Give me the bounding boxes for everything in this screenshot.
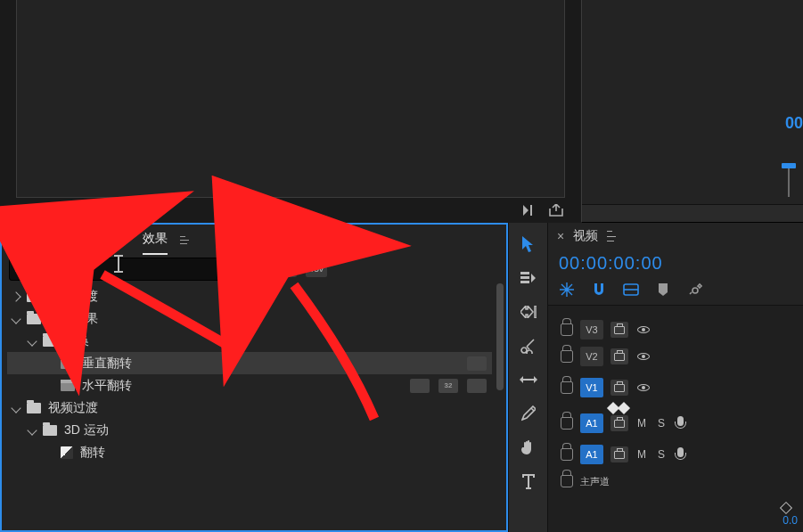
accelerated-filter-icon[interactable] bbox=[245, 261, 266, 277]
lock-icon[interactable] bbox=[561, 323, 573, 336]
hand-tool[interactable] bbox=[518, 437, 539, 458]
play-stop-icon[interactable] bbox=[522, 201, 540, 219]
track-label[interactable]: V2 bbox=[580, 347, 603, 366]
snap-icon[interactable] bbox=[591, 282, 607, 298]
insert-mode-icon[interactable] bbox=[559, 282, 575, 298]
monitor-row: 00;00;00;00 00 bbox=[0, 0, 803, 223]
timeline-header: × 视频 bbox=[548, 223, 803, 250]
lock-icon[interactable] bbox=[561, 381, 573, 394]
time-ruler[interactable] bbox=[582, 204, 803, 222]
track-output-icon[interactable] bbox=[610, 380, 628, 396]
scrollbar-thumb[interactable] bbox=[496, 283, 504, 390]
timeline-options bbox=[548, 279, 803, 306]
scrollbar[interactable] bbox=[494, 283, 506, 530]
track-output-icon[interactable] bbox=[610, 348, 628, 364]
track-master[interactable]: 主声道 bbox=[548, 468, 803, 495]
solo-button[interactable]: S bbox=[655, 448, 668, 461]
panel-tabs: 项目: 未命名 字幕 效果 bbox=[2, 225, 506, 255]
32bit-filter-icon[interactable]: 32 bbox=[275, 261, 297, 277]
tree-3d-motion[interactable]: 3D 运动 bbox=[7, 419, 492, 441]
ripple-edit-tool[interactable] bbox=[518, 301, 539, 323]
source-monitor: 00;00;00;00 bbox=[0, 0, 578, 223]
clear-search-button[interactable]: × bbox=[218, 261, 230, 277]
source-monitor-canvas[interactable] bbox=[16, 0, 565, 198]
tree-video-transitions[interactable]: 视频过渡 bbox=[7, 397, 492, 419]
eye-icon[interactable] bbox=[635, 348, 651, 364]
tree-transform[interactable]: 变换 bbox=[7, 330, 492, 352]
track-output-icon[interactable] bbox=[610, 415, 628, 431]
mute-button[interactable]: M bbox=[635, 417, 648, 430]
pen-tool[interactable] bbox=[518, 403, 539, 424]
export-frame-icon[interactable] bbox=[547, 201, 565, 219]
lock-icon[interactable] bbox=[561, 350, 573, 363]
tree-flip[interactable]: 翻转 bbox=[7, 441, 492, 463]
playhead-marker[interactable] bbox=[780, 163, 798, 199]
tree-label: 翻转 bbox=[80, 445, 105, 461]
linked-selection-icon[interactable] bbox=[623, 282, 639, 298]
chevron-down-icon bbox=[11, 314, 20, 323]
timeline-menu-icon[interactable] bbox=[607, 231, 621, 241]
program-monitor-canvas[interactable]: 00 bbox=[581, 0, 803, 223]
voiceover-icon[interactable] bbox=[675, 416, 687, 430]
tree-label: 视频效果 bbox=[48, 311, 98, 327]
tab-project[interactable]: 项目: 未命名 bbox=[9, 225, 78, 255]
badge-yuv-icon bbox=[467, 379, 487, 393]
timeline-tracks: V3 V2 V1 A1 bbox=[548, 306, 803, 532]
track-v3[interactable]: V3 bbox=[548, 316, 803, 343]
tab-effects[interactable]: 效果 bbox=[143, 225, 168, 255]
effect-icon bbox=[61, 380, 75, 391]
track-select-tool[interactable] bbox=[518, 267, 539, 289]
track-label: 主声道 bbox=[580, 475, 625, 488]
track-label[interactable]: V1 bbox=[580, 378, 603, 397]
mute-button[interactable]: M bbox=[635, 448, 648, 461]
tab-subtitle[interactable]: 字幕 bbox=[98, 225, 123, 255]
eye-icon[interactable] bbox=[635, 322, 651, 338]
tree-video-effects[interactable]: 视频效果 bbox=[7, 307, 492, 330]
tree-horizontal-flip[interactable]: 水平翻转 32 bbox=[7, 374, 492, 397]
badge-accel-icon bbox=[410, 379, 430, 393]
tree-audio-transitions[interactable]: 音频过渡 bbox=[7, 285, 492, 307]
slip-tool[interactable] bbox=[518, 369, 539, 390]
yuv-filter-icon[interactable]: YUV bbox=[306, 261, 327, 277]
lock-icon[interactable] bbox=[561, 448, 573, 461]
voiceover-icon[interactable] bbox=[675, 447, 687, 462]
badge-32bit-icon: 32 bbox=[438, 379, 458, 393]
selection-tool[interactable] bbox=[518, 233, 539, 255]
settings-icon[interactable] bbox=[687, 282, 703, 298]
transition-icon bbox=[61, 446, 73, 459]
track-a1[interactable]: A1 M S bbox=[548, 405, 803, 441]
zoom-value[interactable]: 0.0 bbox=[783, 514, 798, 527]
lock-icon[interactable] bbox=[561, 417, 573, 430]
close-icon[interactable]: × bbox=[557, 229, 564, 243]
panel-menu-icon[interactable] bbox=[180, 232, 196, 248]
folder-icon bbox=[43, 425, 57, 436]
effects-tree: 音频过渡 视频效果 变换 垂直翻转 bbox=[2, 283, 506, 530]
track-a1-b[interactable]: A1 M S bbox=[548, 441, 803, 468]
track-v1[interactable]: V1 bbox=[548, 370, 803, 405]
track-label[interactable]: V3 bbox=[580, 320, 603, 340]
track-output-icon[interactable] bbox=[610, 322, 628, 338]
type-tool[interactable] bbox=[518, 471, 539, 492]
track-label[interactable]: A1 bbox=[580, 413, 603, 433]
tree-label: 视频过渡 bbox=[48, 400, 98, 416]
track-v2[interactable]: V2 bbox=[548, 343, 803, 370]
folder-icon bbox=[27, 314, 41, 324]
razor-tool[interactable] bbox=[518, 335, 539, 356]
tree-label: 音频过渡 bbox=[48, 289, 98, 305]
source-monitor-footer: 00;00;00;00 bbox=[16, 198, 565, 223]
tree-vertical-flip[interactable]: 垂直翻转 bbox=[7, 352, 492, 374]
marker-icon[interactable] bbox=[655, 282, 671, 298]
track-label[interactable]: A1 bbox=[580, 445, 603, 464]
timeline-timecode[interactable]: 00:00:00:00 bbox=[548, 250, 803, 279]
solo-button[interactable]: S bbox=[655, 417, 668, 430]
tree-label: 变换 bbox=[64, 333, 89, 349]
tree-label: 3D 运动 bbox=[64, 422, 109, 438]
keyframe-nav-icon[interactable] bbox=[780, 502, 792, 514]
chevron-down-icon bbox=[27, 425, 37, 435]
track-output-icon[interactable] bbox=[610, 446, 628, 462]
folder-icon bbox=[27, 291, 41, 302]
source-timecode[interactable]: 00;00;00;00 bbox=[16, 204, 82, 217]
search-input[interactable]: 翻转 × bbox=[9, 258, 236, 281]
eye-icon[interactable] bbox=[635, 380, 651, 396]
lock-icon[interactable] bbox=[561, 475, 573, 487]
